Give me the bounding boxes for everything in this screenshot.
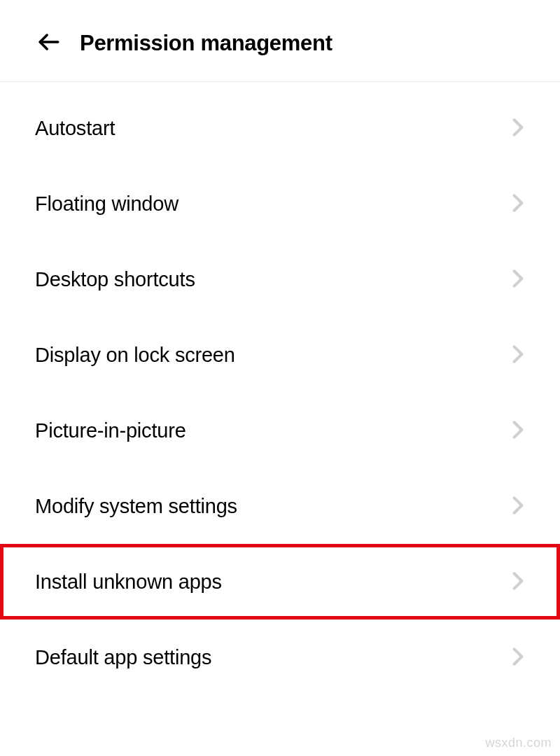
- list-item-label: Autostart: [35, 117, 115, 140]
- list-item-default-app-settings[interactable]: Default app settings: [0, 620, 560, 695]
- chevron-right-icon: [512, 193, 525, 214]
- list-item-label: Desktop shortcuts: [35, 268, 195, 291]
- list-item-desktop-shortcuts[interactable]: Desktop shortcuts: [0, 241, 560, 317]
- list-item-label: Modify system settings: [35, 495, 237, 518]
- header-bar: Permission management: [0, 0, 560, 78]
- chevron-right-icon: [512, 420, 525, 441]
- list-item-install-unknown-apps[interactable]: Install unknown apps: [0, 544, 560, 620]
- list-item-autostart[interactable]: Autostart: [0, 90, 560, 166]
- chevron-right-icon: [512, 647, 525, 668]
- list-item-label: Display on lock screen: [35, 344, 235, 367]
- chevron-right-icon: [512, 269, 525, 290]
- arrow-left-icon: [37, 30, 61, 57]
- chevron-right-icon: [512, 496, 525, 517]
- list-item-label: Default app settings: [35, 646, 211, 669]
- list-item-label: Floating window: [35, 192, 178, 216]
- list-item-display-on-lock-screen[interactable]: Display on lock screen: [0, 317, 560, 393]
- list-item-label: Picture-in-picture: [35, 419, 186, 442]
- chevron-right-icon: [512, 344, 525, 365]
- chevron-right-icon: [512, 571, 525, 592]
- page-title: Permission management: [80, 31, 332, 56]
- list-item-label: Install unknown apps: [35, 570, 222, 594]
- list-item-modify-system-settings[interactable]: Modify system settings: [0, 468, 560, 544]
- chevron-right-icon: [512, 118, 525, 139]
- list-item-floating-window[interactable]: Floating window: [0, 166, 560, 241]
- list-item-picture-in-picture[interactable]: Picture-in-picture: [0, 393, 560, 468]
- back-button[interactable]: [35, 29, 63, 57]
- watermark-text: wsxdn.com: [485, 736, 552, 750]
- settings-list: Autostart Floating window Desktop shortc…: [0, 82, 560, 695]
